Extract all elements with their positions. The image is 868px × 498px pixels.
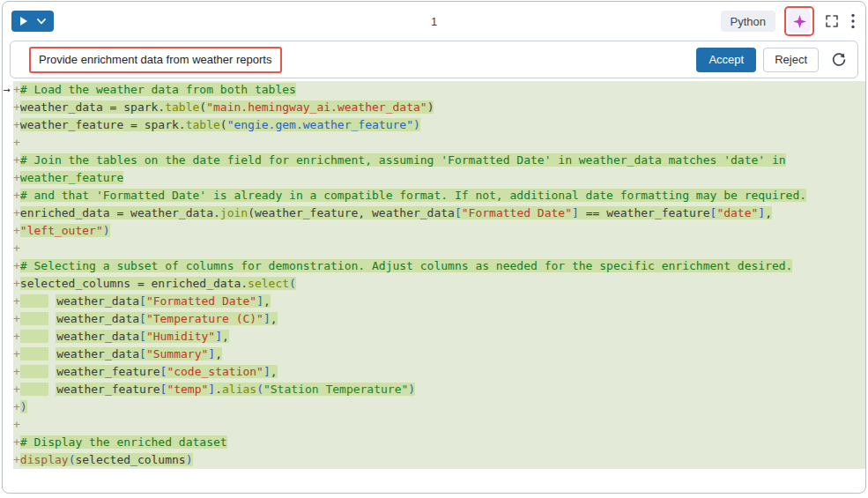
notebook-cell: 1 Python [2, 1, 866, 494]
diff-added-marker: + [13, 83, 20, 96]
code-line: +# Join the tables on the date field for… [13, 152, 865, 169]
code-token: # Load the weather data from both tables [20, 83, 296, 96]
code-token: "Humidity" [146, 330, 215, 343]
code-token [20, 330, 56, 343]
code-token: "code_station" [167, 365, 263, 378]
code-token: ] [208, 383, 215, 396]
diff-added-marker: + [13, 136, 20, 149]
diff-added-marker: + [13, 100, 20, 114]
code-token: ) [103, 224, 110, 237]
code-token: display [20, 453, 69, 466]
code-token: selected_columns = enriched_data. [20, 277, 248, 290]
accept-button[interactable]: Accept [696, 48, 756, 72]
code-line: +display(selected_columns) [13, 451, 865, 469]
code-token: , [765, 206, 772, 219]
assistant-prompt-input[interactable]: Provide enrichment data from weather rep… [39, 53, 271, 66]
code-token: ] [263, 312, 271, 325]
code-token: ] [215, 330, 222, 343]
code-token: "main.hemingway_ai.weather_data" [206, 100, 427, 114]
diff-added-marker: + [13, 435, 20, 449]
code-token: , [263, 294, 271, 308]
code-token [20, 347, 56, 360]
code-line: +weather_data = spark.table("main.heming… [13, 99, 865, 116]
fullscreen-icon[interactable] [823, 12, 841, 30]
diff-added-marker: + [13, 383, 20, 396]
code-token: weather_feature [56, 365, 160, 378]
code-token: # and that 'Formatted Date' is already i… [20, 189, 806, 202]
diff-added-marker: + [13, 330, 20, 343]
code-token: [ [139, 312, 146, 325]
code-editor[interactable]: → +# Load the weather data from both tab… [3, 81, 865, 469]
code-token: weather_data [56, 347, 139, 360]
code-token: "Formatted Date" [146, 294, 256, 308]
code-line: +weather_feature [13, 169, 865, 187]
code-token: weather_feature [56, 383, 160, 396]
code-token: enriched_data = weather_data. [20, 206, 220, 219]
code-token: "Station Temperature" [263, 383, 408, 396]
code-token: , [222, 330, 229, 343]
code-line: +# Selecting a subset of columns for dem… [13, 257, 865, 275]
code-token: ] [758, 206, 765, 219]
refresh-icon[interactable] [829, 50, 849, 70]
code-token: , [215, 347, 222, 360]
code-token: "engie.gem.weather_feature" [227, 118, 413, 131]
code-token: , [271, 312, 278, 325]
code-token: ( [220, 118, 227, 131]
prompt-annotation-box: Provide enrichment data from weather rep… [29, 47, 282, 73]
diff-added-marker: + [13, 259, 20, 272]
diff-added-marker: + [13, 242, 20, 255]
run-cell-button[interactable] [11, 11, 54, 32]
code-token: [ [455, 206, 462, 219]
kebab-menu-icon[interactable] [849, 11, 857, 31]
code-token: weather_data [56, 294, 139, 308]
code-token: "Formatted Date" [462, 206, 572, 219]
code-token [20, 312, 56, 325]
code-token: ) [20, 400, 27, 413]
code-line: +# Display the enriched dataset [13, 434, 865, 451]
code-token: ) [186, 453, 193, 466]
code-token [20, 365, 56, 378]
code-token: weather_data [56, 330, 139, 343]
prompt-actions: Accept Reject [696, 48, 849, 72]
code-token: # Selecting a subset of columns for demo… [20, 259, 793, 272]
code-token: ] [256, 294, 263, 308]
code-token: "date" [716, 206, 758, 219]
code-line: +) [13, 398, 865, 416]
chevron-down-icon[interactable] [37, 19, 46, 25]
assistant-sparkle-icon[interactable] [788, 10, 811, 33]
code-token [20, 294, 56, 308]
code-token: (weather_feature, weather_data [248, 206, 455, 219]
code-token [20, 383, 56, 396]
diff-added-marker: + [13, 294, 20, 308]
assistant-prompt-bar: Provide enrichment data from weather rep… [10, 41, 858, 78]
language-selector[interactable]: Python [721, 11, 775, 32]
code-token: ( [256, 383, 263, 396]
code-token: selected_columns [75, 453, 185, 466]
code-token: weather_data [56, 312, 139, 325]
code-token: ] [263, 365, 271, 378]
assistant-annotation-box [784, 6, 814, 36]
diff-added-marker: + [13, 171, 20, 184]
code-token: ) [413, 118, 420, 131]
code-line: + weather_data["Formatted Date"], [13, 293, 865, 310]
code-token: table [186, 118, 220, 131]
code-line: + [13, 416, 865, 434]
cell-toolbar: 1 Python [3, 2, 865, 41]
reject-button[interactable]: Reject [763, 48, 819, 72]
diff-added-marker: + [13, 312, 20, 325]
diff-added-marker: + [13, 277, 20, 290]
code-token: "Temperature (C)" [146, 312, 263, 325]
diff-added-marker: + [13, 347, 20, 360]
code-line: + weather_data["Humidity"], [13, 328, 865, 346]
code-token: [ [139, 294, 146, 308]
code-line: + [13, 134, 865, 152]
diff-added-marker: + [13, 118, 20, 131]
cell-number: 1 [431, 15, 437, 28]
code-token: weather_feature [20, 171, 123, 184]
code-lines: +# Load the weather data from both table… [13, 81, 865, 469]
diff-added-marker: + [13, 224, 20, 237]
code-line: + weather_feature["temp"].alias("Station… [13, 381, 865, 398]
code-token: table [165, 100, 199, 114]
code-line: +"left_outer") [13, 222, 865, 240]
code-line: + weather_data["Temperature (C)"], [13, 310, 865, 328]
